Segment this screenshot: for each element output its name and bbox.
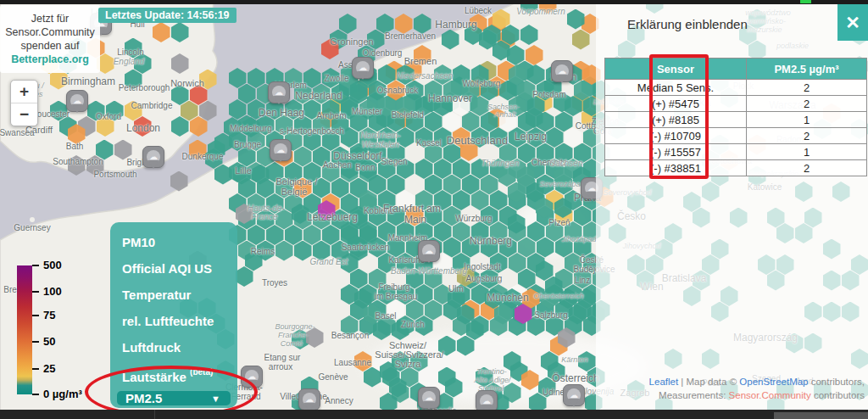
cloud-icon: ☁: [245, 370, 259, 383]
selected-layer-label: PM2.5: [117, 391, 162, 405]
sensor-id-cell[interactable]: (+) #8185: [605, 112, 747, 128]
table-row: (+) #54752: [605, 96, 867, 112]
sensor-pin[interactable]: ☁: [268, 81, 290, 103]
browser-top-edge: [0, 0, 868, 4]
table-row: (-) #107092: [605, 128, 867, 144]
beta-suffix: (beta): [190, 367, 213, 377]
panel-title[interactable]: Erklärung einblenden: [627, 17, 748, 31]
app-window: LeedsHullLincolnEnglandBirminghamNorwich…: [0, 0, 868, 419]
legend-gradient-bar: [17, 265, 32, 394]
cloud-icon: ☁: [356, 61, 370, 75]
leaflet-link[interactable]: Leaflet: [649, 377, 679, 387]
sensor-table-header-value: PM2.5 µg/m³: [747, 59, 867, 80]
sensor-id-cell[interactable]: (+) #5475: [605, 96, 747, 112]
betterplace-link[interactable]: Betterplace.org: [11, 53, 89, 65]
last-update-badge: Letztes Update: 14:56:19: [98, 8, 236, 23]
attribution-text: Measurements:: [659, 390, 728, 400]
sensor-id-cell[interactable]: (-) #38851: [605, 160, 747, 176]
sensor-pin[interactable]: ☁: [352, 57, 374, 79]
legend-tick-label: 50: [43, 335, 55, 348]
cloud-icon: ☁: [567, 388, 581, 402]
close-icon[interactable]: ✕: [837, 4, 868, 41]
donation-line: spenden auf: [2, 39, 98, 53]
color-scale-legend: 5001007550250 µg/m³: [17, 265, 119, 401]
layer-item-luftdruck[interactable]: Luftdruck: [110, 338, 237, 365]
legend-tick-label: 500: [43, 259, 62, 271]
layer-item-rel-luftfeuchte[interactable]: rel. Luftfeuchte: [110, 312, 237, 338]
layer-item-lautst-rke[interactable]: Lautstärke (beta): [110, 365, 237, 391]
sensor-value-cell: 2: [747, 80, 867, 96]
zoom-control: + −: [10, 80, 38, 126]
sensor-table-header-sensor: Sensor: [605, 59, 747, 80]
attribution-text: contributors: [811, 390, 865, 400]
sensor-pin[interactable]: ☁: [142, 146, 164, 168]
cloud-icon: ☁: [272, 86, 286, 99]
topbar-green-indicator: [800, 0, 811, 3]
attribution-text: contributors,: [809, 377, 865, 387]
legend-tick-label: 0 µg/m³: [43, 388, 82, 400]
cloud-icon: ☁: [303, 393, 316, 406]
legend-tick: [32, 394, 39, 395]
osm-link[interactable]: OpenStreetMap: [739, 377, 808, 387]
legend-tick-label: 100: [43, 285, 62, 298]
legend-tick: [32, 368, 39, 370]
zoom-in-button[interactable]: +: [11, 81, 37, 103]
layer-selected-pm25[interactable]: PM2.5 ▼: [117, 391, 231, 405]
sensor-pin[interactable]: ☁: [66, 90, 88, 112]
sensor-pin[interactable]: ☁: [563, 384, 585, 406]
sensor-pin[interactable]: ☁: [298, 388, 320, 411]
sensor-value-cell: 2: [747, 160, 867, 176]
cloud-icon: ☁: [480, 394, 493, 408]
table-row: (-) #388512: [605, 160, 867, 176]
map-attribution: Leaflet | Map data © OpenStreetMap contr…: [649, 375, 865, 402]
zoom-out-button[interactable]: −: [11, 103, 37, 126]
legend-tick-label: 25: [43, 362, 55, 375]
taskbar-item[interactable]: [774, 412, 868, 419]
sensor-id-cell[interactable]: (-) #10709: [605, 128, 747, 144]
sensor-table: Sensor PM2.5 µg/m³ Median 5 Sens.2(+) #5…: [604, 58, 867, 176]
donation-line: Sensor.Community: [2, 25, 98, 39]
attribution-line2: Measurements: Sensor.Community contribut…: [649, 388, 865, 402]
cloud-icon: ☁: [422, 391, 436, 405]
sensor-pin[interactable]: ☁: [418, 240, 440, 262]
sensor-value-cell: 1: [747, 112, 867, 128]
attribution-text: | Map data ©: [678, 377, 739, 387]
sensor-value-cell: 2: [747, 96, 867, 112]
cloud-icon: ☁: [274, 143, 287, 157]
legend-tick: [32, 315, 39, 316]
sensor-pin[interactable]: ☁: [551, 60, 573, 82]
taskbar: [0, 410, 868, 419]
layer-item-pm10[interactable]: PM10: [110, 233, 237, 260]
sensor-value-cell: 2: [747, 128, 867, 144]
sensor-pin[interactable]: ☁: [418, 387, 440, 409]
legend-tick: [32, 265, 39, 266]
sensor-pin[interactable]: ☁: [241, 366, 263, 388]
layer-item-temperatur[interactable]: Temperatur: [110, 286, 237, 312]
legend-tick: [32, 291, 39, 293]
cloud-icon: ☁: [70, 94, 84, 108]
sensor-id-cell[interactable]: Median 5 Sens.: [605, 80, 747, 96]
explanation-panel: Erklärung einblenden ✕ Sensor PM2.5 µg/m…: [596, 4, 868, 410]
sensor-id-cell[interactable]: (-) #15557: [605, 144, 747, 160]
donation-line: Jetzt für: [2, 12, 98, 25]
chevron-down-icon: ▼: [211, 394, 231, 404]
layer-item-official-aqi-us[interactable]: Official AQI US: [110, 260, 237, 286]
cloud-icon: ☁: [422, 244, 436, 258]
sensor-community-link[interactable]: Sensor.Community: [729, 390, 811, 400]
sensor-value-cell: 1: [747, 144, 867, 160]
taskbar-divider: [154, 410, 155, 419]
donation-box: Jetzt für Sensor.Community spenden auf B…: [0, 5, 100, 73]
cloud-icon: ☁: [147, 150, 160, 164]
table-row: (-) #155571: [605, 144, 867, 160]
sensor-pin[interactable]: ☁: [270, 139, 292, 161]
cloud-icon: ☁: [555, 64, 569, 78]
attribution-line1: Leaflet | Map data © OpenStreetMap contr…: [649, 375, 865, 388]
table-row: (+) #81851: [605, 112, 867, 128]
legend-tick: [32, 341, 39, 343]
table-row: Median 5 Sens.2: [605, 80, 867, 96]
layer-menu: PM10 Official AQI US Temperatur rel. Luf…: [110, 222, 237, 408]
legend-tick-label: 75: [43, 309, 55, 321]
